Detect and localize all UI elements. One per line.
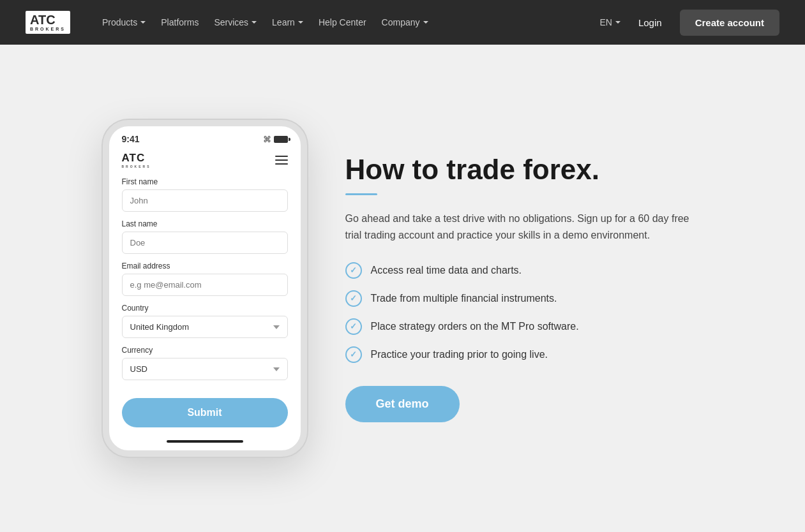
last-name-label: Last name [122, 219, 288, 228]
email-group: Email address [122, 262, 288, 296]
nav-learn[interactable]: Learn [266, 12, 310, 33]
nav-links: Products Platforms Services Learn Help C… [96, 12, 599, 33]
country-select[interactable]: United Kingdom [122, 316, 288, 338]
nav-help-center[interactable]: Help Center [312, 12, 373, 33]
logo[interactable]: ATC BROKERS [26, 11, 70, 34]
phone-mockup: 9:41 ⌘ ATC BROKERS [103, 120, 307, 457]
nav-products[interactable]: Products [96, 12, 152, 33]
feature-item-3: ✓ Place strategy orders on the MT Pro so… [345, 318, 703, 335]
chevron-down-icon [252, 21, 257, 24]
wifi-icon: ⌘ [263, 135, 271, 144]
chevron-down-icon [423, 21, 428, 24]
feature-item-2: ✓ Trade from multiple financial instrume… [345, 290, 703, 307]
logo-atc: ATC [30, 13, 66, 26]
first-name-group: First name [122, 177, 288, 212]
create-account-button[interactable]: Create account [680, 10, 779, 36]
currency-label: Currency [122, 346, 288, 355]
chevron-down-icon [140, 21, 146, 24]
currency-group: Currency USD [122, 346, 288, 380]
nav-services[interactable]: Services [207, 12, 263, 33]
logo-brokers: BROKERS [30, 27, 66, 31]
currency-select[interactable]: USD [122, 358, 288, 380]
email-label: Email address [122, 262, 288, 270]
first-name-input[interactable] [122, 189, 288, 212]
hero-title: How to trade forex. [345, 154, 703, 185]
phone-header: ATC BROKERS [109, 148, 301, 177]
hero-section: How to trade forex. Go ahead and take a … [345, 154, 703, 422]
main-content: 9:41 ⌘ ATC BROKERS [0, 45, 805, 532]
home-indicator [167, 440, 243, 443]
nav-right: EN Login Create account [599, 10, 779, 36]
language-selector[interactable]: EN [599, 17, 620, 27]
phone-logo: ATC BROKERS [122, 152, 151, 168]
hamburger-icon[interactable] [275, 156, 288, 165]
hero-description: Go ahead and take a test drive with no o… [345, 211, 703, 244]
check-icon-3: ✓ [345, 318, 362, 335]
country-label: Country [122, 304, 288, 313]
feature-list: ✓ Access real time data and charts. ✓ Tr… [345, 262, 703, 363]
hero-divider [345, 193, 377, 195]
check-icon-2: ✓ [345, 290, 362, 307]
phone-logo-atc: ATC [122, 152, 151, 165]
phone-time: 9:41 [122, 134, 140, 144]
navbar: ATC BROKERS Products Platforms Services … [0, 0, 805, 45]
get-demo-button[interactable]: Get demo [345, 386, 460, 422]
submit-button[interactable]: Submit [122, 398, 288, 427]
phone-status-icons: ⌘ [263, 135, 288, 144]
email-input[interactable] [122, 274, 288, 296]
phone-frame: 9:41 ⌘ ATC BROKERS [103, 120, 307, 457]
country-group: Country United Kingdom [122, 304, 288, 338]
first-name-label: First name [122, 177, 288, 186]
chevron-down-icon [615, 21, 621, 24]
nav-platforms[interactable]: Platforms [154, 12, 205, 33]
feature-item-1: ✓ Access real time data and charts. [345, 262, 703, 279]
last-name-group: Last name [122, 219, 288, 254]
check-icon-4: ✓ [345, 346, 362, 363]
phone-logo-brokers: BROKERS [122, 165, 151, 168]
battery-icon [274, 136, 288, 143]
login-button[interactable]: Login [628, 12, 672, 33]
phone-form: First name Last name Email address Count… [109, 177, 301, 440]
phone-status-bar: 9:41 ⌘ [109, 126, 301, 148]
chevron-down-icon [298, 21, 303, 24]
last-name-input[interactable] [122, 232, 288, 254]
nav-company[interactable]: Company [375, 12, 435, 33]
feature-item-4: ✓ Practice your trading prior to going l… [345, 346, 703, 363]
check-icon-1: ✓ [345, 262, 362, 279]
